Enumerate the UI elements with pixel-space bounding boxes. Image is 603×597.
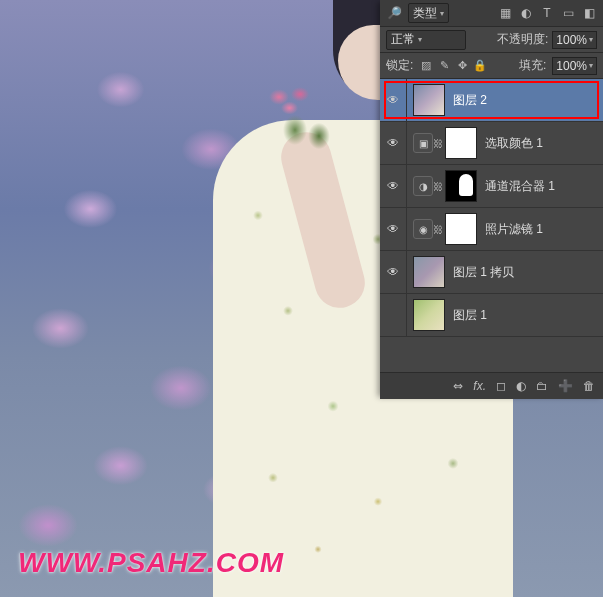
visibility-toggle[interactable]: 👁 <box>380 208 407 250</box>
visibility-toggle[interactable]: 👁 <box>380 165 407 207</box>
visibility-toggle[interactable]: 👁 <box>380 122 407 164</box>
new-layer-icon[interactable]: ➕ <box>558 379 573 393</box>
layer-thumbnail[interactable] <box>413 299 445 331</box>
visibility-toggle[interactable] <box>380 294 407 336</box>
opacity-label: 不透明度: <box>497 31 548 48</box>
delete-layer-icon[interactable]: 🗑 <box>583 379 595 393</box>
fill-label: 填充: <box>519 57 546 74</box>
layer-row[interactable]: 图层 1 <box>380 294 603 337</box>
chevron-down-icon: ▾ <box>589 35 593 44</box>
link-layers-icon[interactable]: ⇔ <box>453 379 463 393</box>
layer-kind-select[interactable]: 类型 ▾ <box>408 3 449 23</box>
adjustment-icon: ◑ <box>413 176 433 196</box>
filter-shape-icon[interactable]: ▭ <box>560 5 576 21</box>
lock-move-icon[interactable]: ✥ <box>455 59 469 73</box>
layer-kind-label: 类型 <box>413 5 437 22</box>
panel-footer: ⇔ fx. ◻ ◐ 🗀 ➕ 🗑 <box>380 372 603 399</box>
layer-row[interactable]: 👁 ▣ ⛓ 选取颜色 1 <box>380 122 603 165</box>
search-icon[interactable]: 🔎 <box>386 5 402 21</box>
fx-icon[interactable]: fx. <box>473 379 486 393</box>
visibility-toggle[interactable]: 👁 <box>380 79 407 121</box>
layer-thumbnail[interactable] <box>413 84 445 116</box>
layer-name[interactable]: 图层 1 <box>453 307 597 324</box>
lock-all-icon[interactable]: 🔒 <box>473 59 487 73</box>
fill-value: 100% <box>556 59 587 73</box>
adjustment-icon: ◉ <box>413 219 433 239</box>
chevron-down-icon: ▾ <box>418 35 422 44</box>
adjustment-icon: ▣ <box>413 133 433 153</box>
lock-row: 锁定: ▨ ✎ ✥ 🔒 填充: 100% ▾ <box>380 53 603 79</box>
visibility-toggle[interactable]: 👁 <box>380 251 407 293</box>
lock-brush-icon[interactable]: ✎ <box>437 59 451 73</box>
lock-transparent-icon[interactable]: ▨ <box>419 59 433 73</box>
layer-name[interactable]: 选取颜色 1 <box>485 135 597 152</box>
link-icon: ⛓ <box>433 138 443 149</box>
new-group-icon[interactable]: 🗀 <box>536 379 548 393</box>
blend-mode-value: 正常 <box>391 31 415 48</box>
filter-adjust-icon[interactable]: ◐ <box>518 5 534 21</box>
layer-name[interactable]: 照片滤镜 1 <box>485 221 597 238</box>
chevron-down-icon: ▾ <box>589 61 593 70</box>
watermark: WWW.PSAHZ.COM <box>18 547 284 579</box>
blend-row: 正常 ▾ 不透明度: 100% ▾ <box>380 27 603 53</box>
layer-name[interactable]: 图层 2 <box>453 92 597 109</box>
filter-smart-icon[interactable]: ◧ <box>581 5 597 21</box>
opacity-input[interactable]: 100% ▾ <box>552 31 597 49</box>
layers-list: 👁 图层 2 👁 ▣ ⛓ 选取颜色 1 👁 ◑ ⛓ 通道混合器 1 👁 ◉ ⛓ … <box>380 79 603 372</box>
layer-row-selected[interactable]: 👁 图层 2 <box>380 79 603 122</box>
layer-mask-thumbnail[interactable] <box>445 170 477 202</box>
layer-mask-thumbnail[interactable] <box>445 127 477 159</box>
lock-label: 锁定: <box>386 57 413 74</box>
layer-name[interactable]: 通道混合器 1 <box>485 178 597 195</box>
blend-mode-select[interactable]: 正常 ▾ <box>386 30 466 50</box>
layers-panel: 🔎 类型 ▾ ▦ ◐ T ▭ ◧ 正常 ▾ 不透明度: 100% ▾ 锁定: ▨… <box>380 0 603 395</box>
opacity-value: 100% <box>556 33 587 47</box>
layer-row[interactable]: 👁 图层 1 拷贝 <box>380 251 603 294</box>
layer-name[interactable]: 图层 1 拷贝 <box>453 264 597 281</box>
fill-input[interactable]: 100% ▾ <box>552 57 597 75</box>
filter-pixel-icon[interactable]: ▦ <box>497 5 513 21</box>
add-mask-icon[interactable]: ◻ <box>496 379 506 393</box>
link-icon: ⛓ <box>433 181 443 192</box>
panel-header: 🔎 类型 ▾ ▦ ◐ T ▭ ◧ <box>380 0 603 27</box>
layer-row[interactable]: 👁 ◑ ⛓ 通道混合器 1 <box>380 165 603 208</box>
chevron-down-icon: ▾ <box>440 9 444 18</box>
link-icon: ⛓ <box>433 224 443 235</box>
layer-thumbnail[interactable] <box>413 256 445 288</box>
layer-row[interactable]: 👁 ◉ ⛓ 照片滤镜 1 <box>380 208 603 251</box>
filter-text-icon[interactable]: T <box>539 5 555 21</box>
layer-mask-thumbnail[interactable] <box>445 213 477 245</box>
add-adjustment-icon[interactable]: ◐ <box>516 379 526 393</box>
